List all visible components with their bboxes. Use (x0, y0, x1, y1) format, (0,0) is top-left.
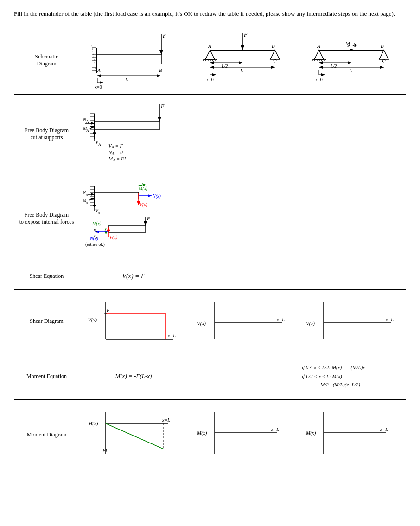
shear-diag-label: Shear Diagram (14, 289, 79, 353)
svg-marker-18 (157, 74, 160, 77)
svg-text:NA = 0: NA = 0 (108, 149, 123, 156)
shear-eq-label: Shear Equation (14, 263, 79, 289)
intro-paragraph: Fill in the remainder of the table (the … (14, 9, 406, 19)
svg-text:M(x): M(x) (305, 430, 316, 436)
svg-marker-22 (100, 81, 103, 84)
svg-marker-74 (380, 66, 384, 69)
svg-marker-94 (91, 122, 95, 125)
svg-text:A: A (86, 193, 88, 197)
svg-text:B: B (159, 67, 162, 73)
svg-text:F: F (146, 216, 150, 221)
svg-marker-73 (319, 66, 323, 69)
fbd-support-label: Free Body Diagramcut at supports (14, 94, 79, 174)
svg-marker-17 (97, 74, 101, 77)
fbd-support-col3 (297, 94, 406, 174)
svg-marker-132 (148, 194, 152, 197)
svg-marker-46 (271, 66, 275, 69)
svg-text:A: A (86, 120, 89, 124)
svg-marker-69 (319, 61, 323, 64)
fbd-internal-col2 (188, 174, 297, 263)
fbd-internal-label: Free Body Diagramto expose internal forc… (14, 174, 79, 263)
svg-text:x=L: x=L (385, 317, 394, 322)
svg-marker-102 (93, 130, 96, 134)
svg-text:x=L: x=L (271, 427, 279, 432)
svg-point-55 (350, 49, 353, 51)
svg-text:x=0: x=0 (95, 84, 102, 90)
moment-diag-label: Moment Diagram (14, 399, 79, 470)
svg-rect-137 (108, 226, 146, 232)
svg-marker-30 (205, 50, 215, 59)
svg-text:A: A (208, 43, 211, 49)
svg-text:F: F (106, 308, 110, 313)
svg-rect-10 (96, 55, 161, 64)
svg-text:N(x): N(x) (152, 193, 161, 199)
svg-text:MA = FL: MA = FL (108, 156, 127, 162)
svg-text:V(x): V(x) (88, 317, 97, 323)
svg-marker-12 (159, 50, 163, 55)
svg-text:B: B (272, 43, 275, 49)
svg-marker-58 (314, 50, 324, 59)
shear-eq-col3 (297, 263, 406, 289)
svg-marker-144 (107, 227, 110, 231)
schematic-col2: F A B (188, 26, 297, 94)
svg-text:M(x): M(x) (197, 430, 207, 436)
svg-point-39 (274, 59, 276, 62)
schematic-col1: F A B L x=0 (79, 26, 188, 94)
fbd-internal-col3 (297, 174, 406, 263)
svg-text:B: B (381, 43, 384, 49)
moment-diag-col1: M(x) x=L -FL (79, 399, 188, 470)
svg-rect-89 (95, 122, 159, 130)
svg-text:VA = F: VA = F (108, 143, 123, 149)
svg-line-174 (106, 423, 164, 449)
svg-line-9 (92, 45, 96, 73)
svg-text:L/2: L/2 (330, 64, 337, 69)
moment-eq-col2 (188, 353, 297, 399)
shear-diag-col2: V(x) x=L (188, 289, 297, 353)
svg-text:M(x): M(x) (138, 186, 148, 192)
shear-diag-col1: V(x) x=L F (79, 289, 188, 353)
svg-text:L/2: L/2 (221, 64, 228, 69)
moment-diag-col3: M(x) x=L (297, 399, 406, 470)
svg-text:A: A (97, 67, 101, 73)
svg-text:M: M (345, 40, 350, 47)
svg-marker-50 (212, 73, 216, 76)
shear-eq-col2 (188, 263, 297, 289)
main-table: SchematicDiagram (14, 26, 406, 470)
svg-text:L: L (125, 77, 128, 82)
svg-marker-45 (210, 66, 214, 69)
svg-text:A: A (95, 231, 98, 234)
svg-marker-91 (158, 117, 161, 122)
svg-marker-66 (379, 50, 388, 59)
schematic-col3: A B M (297, 26, 406, 94)
fbd-support-col2 (188, 94, 297, 174)
svg-text:L: L (240, 68, 243, 73)
schematic-label: SchematicDiagram (14, 26, 79, 94)
svg-text:F: F (162, 32, 166, 39)
svg-text:F: F (243, 32, 248, 38)
svg-text:(either ok): (either ok) (85, 242, 105, 247)
svg-text:M(x): M(x) (92, 221, 102, 226)
svg-text:x=0: x=0 (315, 77, 323, 82)
svg-text:M(x): M(x) (88, 421, 98, 427)
svg-text:A: A (86, 128, 89, 133)
shear-eq-col1: V(x) = F (79, 263, 188, 289)
svg-marker-42 (239, 61, 242, 64)
svg-rect-116 (95, 192, 139, 199)
svg-text:V(x): V(x) (306, 321, 315, 327)
svg-text:x=0: x=0 (206, 77, 214, 82)
svg-point-67 (382, 59, 385, 62)
svg-marker-70 (348, 61, 351, 64)
svg-text:A: A (317, 43, 320, 49)
svg-text:A: A (95, 237, 98, 240)
svg-text:x=L: x=L (380, 427, 388, 432)
svg-text:x=L: x=L (276, 317, 285, 322)
svg-text:L: L (349, 68, 352, 73)
moment-eq-col3: if 0 ≤ x < L/2: M(x) = - (M/L)x if L/2 <… (297, 353, 406, 399)
moment-eq-label: Moment Equation (14, 353, 79, 399)
svg-marker-41 (210, 61, 214, 64)
svg-marker-139 (144, 221, 147, 226)
fbd-internal-col1: N A M A V A M(x) N (79, 174, 188, 263)
fbd-support-col1: F N A M A V A VA = F NA = 0 MA = FL (79, 94, 188, 174)
svg-text:V(x): V(x) (140, 202, 148, 208)
svg-text:A: A (98, 142, 101, 147)
